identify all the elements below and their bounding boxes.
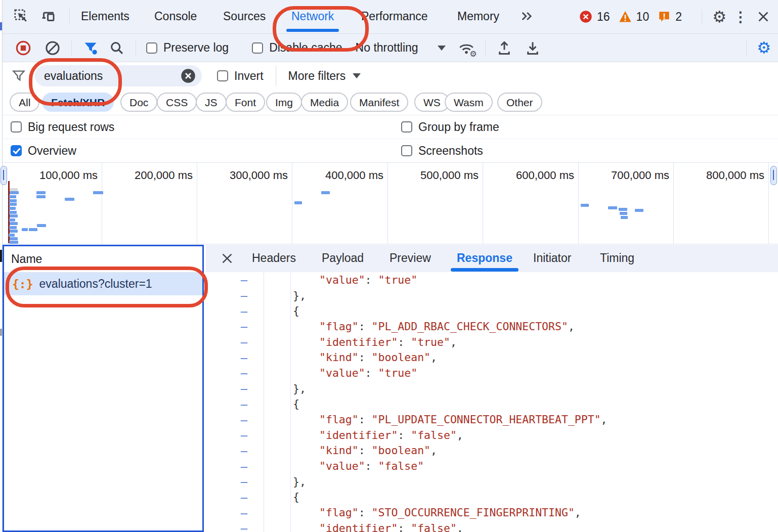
checkbox-box[interactable] <box>401 121 412 132</box>
tab-memory[interactable]: Memory <box>457 0 499 32</box>
request-type-chips: AllFetch/XHRDocCSSJSFontImgMediaManifest… <box>3 90 778 115</box>
more-options-icon[interactable]: ⋮ <box>733 9 748 25</box>
response-code-viewer[interactable]: –"value": "true"–},–{–"flag": "PL_ADD_RB… <box>206 272 778 532</box>
json-string: "true" <box>378 367 418 379</box>
gutter-mark[interactable]: – <box>206 335 264 349</box>
gutter-mark[interactable]: – <box>206 397 264 411</box>
gutter-mark[interactable]: – <box>206 506 264 520</box>
gutter-mark[interactable]: – <box>206 444 264 458</box>
warning-count: 10 <box>636 10 650 24</box>
invert-checkbox[interactable]: Invert <box>217 69 264 83</box>
tab-sources[interactable]: Sources <box>223 0 266 32</box>
gutter-mark[interactable]: – <box>206 366 264 380</box>
gutter-mark[interactable]: – <box>206 304 264 318</box>
request-row[interactable]: {:}evaluations?cluster=1 <box>4 273 202 295</box>
gutter-mark[interactable]: – <box>206 350 264 365</box>
chip-all[interactable]: All <box>10 93 39 112</box>
overview-request-bar <box>65 198 74 201</box>
record-network-log-button[interactable] <box>15 39 32 57</box>
filter-text-pill[interactable] <box>35 65 202 86</box>
chip-other[interactable]: Other <box>497 93 542 112</box>
error-count: 16 <box>597 10 610 24</box>
checkbox-box[interactable] <box>217 70 228 81</box>
json-string: "flag" <box>319 413 359 426</box>
gutter-mark[interactable]: – <box>206 413 264 427</box>
gutter-mark[interactable]: – <box>206 428 264 442</box>
network-overview-timeline[interactable]: 100,000 ms200,000 ms300,000 ms400,000 ms… <box>3 163 778 244</box>
export-har-icon[interactable] <box>524 39 541 57</box>
screenshots-checkbox[interactable]: Screenshots <box>401 144 483 158</box>
chip-wasm[interactable]: Wasm <box>445 93 493 112</box>
gutter-mark[interactable]: – <box>206 288 264 302</box>
detail-tab-preview[interactable]: Preview <box>390 245 431 272</box>
filter-icon[interactable] <box>82 39 99 57</box>
detail-tab-timing[interactable]: Timing <box>600 245 634 272</box>
chip-manifest[interactable]: Manifest <box>350 93 408 112</box>
import-har-icon[interactable] <box>496 39 513 57</box>
name-column-header[interactable]: Name <box>4 246 202 273</box>
response-line: –"identifier": "true", <box>206 334 778 350</box>
close-devtools-icon[interactable] <box>755 8 772 25</box>
big-request-rows-checkbox[interactable]: Big request rows <box>11 120 114 134</box>
overview-checkbox[interactable]: Overview <box>11 144 76 158</box>
search-icon[interactable] <box>108 39 125 57</box>
requests-list-panel[interactable]: Name {:}evaluations?cluster=1 <box>3 245 204 532</box>
overview-right-grip[interactable] <box>770 166 777 185</box>
gutter-mark[interactable]: – <box>206 474 264 489</box>
chip-fetch-xhr[interactable]: Fetch/XHR <box>42 93 114 112</box>
detail-tab-initiator[interactable]: Initiator <box>533 245 571 272</box>
overview-request-bar <box>9 195 16 198</box>
gutter-mark[interactable]: – <box>206 490 264 504</box>
toolbar-divider <box>276 66 276 86</box>
detail-tab-response[interactable]: Response <box>457 245 512 272</box>
tab-network[interactable]: Network <box>291 0 334 32</box>
device-toolbar-icon[interactable] <box>41 8 58 25</box>
chip-css[interactable]: CSS <box>157 93 197 112</box>
gutter-mark[interactable]: – <box>206 459 264 473</box>
json-punct: , <box>575 506 581 519</box>
network-settings-gear-icon[interactable]: ⚙ <box>757 40 771 56</box>
clear-network-log-button[interactable] <box>44 39 61 57</box>
filter-input[interactable] <box>43 69 161 83</box>
gutter-mark[interactable]: – <box>206 319 264 333</box>
tab-elements[interactable]: Elements <box>81 0 129 32</box>
gutter-mark[interactable]: – <box>206 273 264 287</box>
toolbar-divider <box>485 40 486 56</box>
throttling-select[interactable]: No throttling <box>356 41 446 55</box>
chip-js[interactable]: JS <box>196 93 227 112</box>
group-by-frame-checkbox[interactable]: Group by frame <box>401 120 499 134</box>
settings-gear-icon[interactable]: ⚙ <box>712 9 726 25</box>
chip-font[interactable]: Font <box>226 93 265 112</box>
checkbox-box[interactable] <box>252 42 263 54</box>
json-string: "PL_ADD_RBAC_CHECK_CONNECTORS" <box>372 320 568 333</box>
json-punct: : <box>359 506 372 519</box>
chip-img[interactable]: Img <box>266 93 302 112</box>
more-tabs-button[interactable] <box>520 0 534 32</box>
issues-count: 2 <box>675 10 682 24</box>
gutter-mark[interactable]: – <box>206 521 264 532</box>
checkbox-box[interactable] <box>11 121 22 132</box>
gutter-mark[interactable]: – <box>206 381 264 395</box>
detail-tab-payload[interactable]: Payload <box>322 245 364 272</box>
close-detail-icon[interactable] <box>219 250 235 267</box>
overview-left-grip[interactable] <box>1 166 7 185</box>
response-line: –"identifier": "false", <box>206 520 778 532</box>
disable-cache-checkbox[interactable]: Disable cache <box>252 41 342 55</box>
checkbox-box[interactable] <box>11 145 22 156</box>
chip-media[interactable]: Media <box>301 93 348 112</box>
json-string: "kind" <box>319 351 359 364</box>
preserve-log-checkbox[interactable]: Preserve log <box>146 41 229 55</box>
issues-icon <box>658 10 671 23</box>
tab-performance[interactable]: Performance <box>361 0 428 32</box>
checkbox-box[interactable] <box>146 42 157 54</box>
chip-doc[interactable]: Doc <box>120 93 157 112</box>
tab-console[interactable]: Console <box>154 0 197 32</box>
clear-filter-icon[interactable] <box>181 68 196 83</box>
code-text: "value": "true" <box>264 274 417 286</box>
status-badges[interactable]: 16 10 2 <box>579 0 682 33</box>
inspect-element-icon[interactable] <box>13 8 30 25</box>
checkbox-box[interactable] <box>401 145 412 156</box>
detail-tab-headers[interactable]: Headers <box>252 245 296 272</box>
more-filters-button[interactable]: More filters <box>288 69 361 83</box>
network-conditions-icon[interactable]: ⚙ <box>458 39 475 57</box>
